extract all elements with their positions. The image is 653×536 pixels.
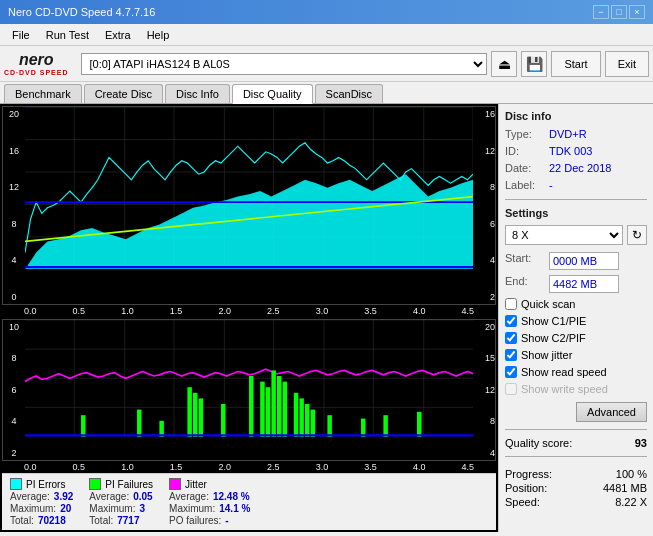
tab-create-disc[interactable]: Create Disc [84,84,163,103]
speed-row: Speed: 8.22 X [505,496,647,508]
tab-benchmark[interactable]: Benchmark [4,84,82,103]
svg-rect-43 [271,370,275,437]
speed-label: Speed: [505,496,540,508]
svg-rect-36 [187,387,191,437]
pi-errors-color [10,478,22,490]
end-input[interactable] [549,275,619,293]
tab-disc-quality[interactable]: Disc Quality [232,84,313,104]
svg-rect-44 [277,376,281,438]
pi-failures-avg-row: Average: 0.05 [89,491,153,502]
svg-rect-39 [221,404,225,438]
pi-errors-avg: 3.92 [54,491,73,502]
jitter-max-row: Maximum: 14.1 % [169,503,250,514]
bottom-chart-svg [25,320,473,438]
disc-label-row: Label: - [505,179,647,191]
svg-rect-46 [294,392,298,437]
show-read-speed-checkbox[interactable] [505,366,517,378]
svg-rect-48 [305,404,309,438]
menu-extra[interactable]: Extra [97,27,139,43]
logo-sub: CD·DVD SPEED [4,69,69,76]
x-axis-top: 0.0 0.5 1.0 1.5 2.0 2.5 3.0 3.5 4.0 4.5 [2,305,496,317]
show-c2-pif-row: Show C2/PIF [505,332,647,344]
jitter-legend: Jitter [169,478,250,490]
minimize-button[interactable]: − [593,5,609,19]
pi-errors-max: 20 [60,503,71,514]
tab-disc-info[interactable]: Disc Info [165,84,230,103]
progress-row: Progress: 100 % [505,468,647,480]
show-write-speed-label: Show write speed [521,383,608,395]
pi-errors-total: 70218 [38,515,66,526]
svg-rect-52 [383,415,387,437]
settings-title: Settings [505,207,647,219]
pi-errors-avg-row: Average: 3.92 [10,491,73,502]
disc-date: 22 Dec 2018 [549,162,611,174]
show-write-speed-row: Show write speed [505,383,647,395]
speed-selector[interactable]: 8 X [505,225,623,245]
position-row: Position: 4481 MB [505,482,647,494]
y-axis-right-bottom: 20 15 12 8 4 [473,320,495,460]
quick-scan-label: Quick scan [521,298,575,310]
disc-date-row: Date: 22 Dec 2018 [505,162,647,174]
start-button[interactable]: Start [551,51,600,77]
logo: nero CD·DVD SPEED [4,51,69,76]
start-input[interactable] [549,252,619,270]
disc-id: TDK 003 [549,145,592,157]
title-bar: Nero CD-DVD Speed 4.7.7.16 − □ × [0,0,653,24]
pi-failures-total: 7717 [117,515,139,526]
x-axis-bottom: 0.0 0.5 1.0 1.5 2.0 2.5 3.0 3.5 4.0 4.5 [2,461,496,473]
disc-type: DVD+R [549,128,587,140]
app-title: Nero CD-DVD Speed 4.7.7.16 [8,6,155,18]
refresh-button[interactable]: ↻ [627,225,647,245]
top-chart-svg [25,107,473,269]
pi-errors-total-row: Total: 70218 [10,515,73,526]
disc-type-row: Type: DVD+R [505,128,647,140]
jitter-label: Jitter [185,479,207,490]
quality-score-row: Quality score: 93 [505,437,647,449]
divider-2 [505,429,647,430]
speed-setting-row: 8 X ↻ [505,225,647,245]
disc-info-title: Disc info [505,110,647,122]
eject-button[interactable]: ⏏ [491,51,517,77]
quality-score-value: 93 [635,437,647,449]
exit-button[interactable]: Exit [605,51,649,77]
pi-failures-group: PI Failures Average: 0.05 Maximum: 3 Tot… [89,478,153,526]
menu-run-test[interactable]: Run Test [38,27,97,43]
jitter-po-row: PO failures: - [169,515,250,526]
quick-scan-checkbox[interactable] [505,298,517,310]
advanced-button[interactable]: Advanced [576,402,647,422]
pi-failures-avg: 0.05 [133,491,152,502]
maximize-button[interactable]: □ [611,5,627,19]
menu-help[interactable]: Help [139,27,178,43]
menu-bar: File Run Test Extra Help [0,24,653,46]
show-jitter-row: Show jitter [505,349,647,361]
y-axis-left-top: 20 16 12 8 4 0 [3,107,25,304]
show-jitter-checkbox[interactable] [505,349,517,361]
speed-value: 8.22 X [615,496,647,508]
pi-failures-label: PI Failures [105,479,153,490]
show-c2-pif-checkbox[interactable] [505,332,517,344]
jitter-max: 14.1 % [219,503,250,514]
svg-rect-37 [193,392,197,437]
end-row: End: [505,275,647,293]
toolbar: nero CD·DVD SPEED [0:0] ATAPI iHAS124 B … [0,46,653,82]
chart-area: 20 16 12 8 4 0 16 12 8 6 4 2 [0,104,498,532]
window-controls[interactable]: − □ × [593,5,645,19]
jitter-avg: 12.48 % [213,491,250,502]
svg-rect-38 [199,398,203,437]
jitter-group: Jitter Average: 12.48 % Maximum: 14.1 % … [169,478,250,526]
pi-errors-group: PI Errors Average: 3.92 Maximum: 20 Tota… [10,478,73,526]
drive-selector[interactable]: [0:0] ATAPI iHAS124 B AL0S [81,53,488,75]
jitter-avg-row: Average: 12.48 % [169,491,250,502]
show-c1-pie-checkbox[interactable] [505,315,517,327]
svg-rect-50 [327,415,331,437]
disc-id-row: ID: TDK 003 [505,145,647,157]
svg-rect-33 [81,415,85,437]
stats-bar: PI Errors Average: 3.92 Maximum: 20 Tota… [2,473,496,530]
svg-rect-47 [299,398,303,437]
save-button[interactable]: 💾 [521,51,547,77]
close-button[interactable]: × [629,5,645,19]
menu-file[interactable]: File [4,27,38,43]
tab-scan-disc[interactable]: ScanDisc [315,84,383,103]
disc-label: - [549,179,553,191]
svg-rect-49 [311,409,315,437]
